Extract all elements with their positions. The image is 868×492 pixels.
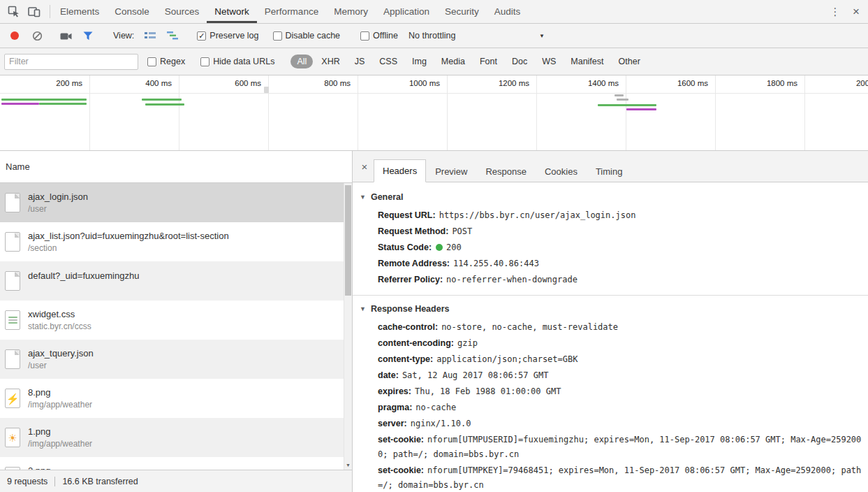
network-split-view: Name ajax_login.json/userajax_list.json?… [0, 151, 868, 492]
details-tabbar: × HeadersPreviewResponseCookiesTiming [353, 151, 868, 182]
request-row[interactable]: default?_uid=fuxuemingzhu [0, 261, 352, 301]
checkbox-unchecked-icon [200, 57, 209, 66]
timeline-tick-label: 600 ms [216, 79, 265, 87]
image-icon [5, 467, 20, 470]
hide-data-urls-checkbox[interactable]: Hide data URLs [200, 57, 274, 66]
stylesheet-icon [5, 310, 20, 330]
inspect-element-icon[interactable] [3, 0, 24, 23]
scroll-down-icon[interactable]: ▼ [344, 461, 352, 470]
filter-type-css[interactable]: CSS [373, 55, 404, 68]
summary-bar: 9 requests 16.6 KB transferred [0, 470, 352, 492]
waterfall-bar [626, 108, 656, 110]
waterfall-bar [598, 104, 656, 106]
view-label: View: [113, 31, 134, 41]
header-name: pragma: [378, 403, 412, 412]
waterfall-bar [1, 103, 39, 105]
request-row[interactable]: xwidget.cssstatic.byr.cn/ccss [0, 301, 352, 340]
details-pane: × HeadersPreviewResponseCookiesTiming ▼G… [353, 151, 868, 492]
header-value: nforum[UTMPUSERID]=fuxuemingzhu; expires… [378, 435, 861, 459]
tab-memory[interactable]: Memory [326, 0, 376, 23]
request-row[interactable]: ☀1.png/img/app/weather [0, 418, 352, 457]
filter-type-xhr[interactable]: XHR [315, 55, 346, 68]
regex-label: Regex [160, 57, 185, 66]
request-row[interactable]: ajax_tquery.json/user [0, 340, 352, 379]
timeline-tick-label: 1200 ms [484, 79, 533, 87]
request-name: ajax_tquery.json [28, 348, 94, 359]
filter-icon[interactable] [78, 24, 98, 48]
timeline-overview[interactable]: 200 ms400 ms600 ms800 ms1000 ms1200 ms14… [0, 75, 868, 151]
header-line: set-cookie:nforum[UTMPUSERID]=fuxuemingz… [378, 432, 862, 463]
request-row[interactable]: ajax_login.json/user [0, 183, 352, 222]
offline-checkbox[interactable]: Offline [360, 31, 398, 41]
request-row[interactable]: ⚡8.png/img/app/weather [0, 379, 352, 418]
header-line: set-cookie:nforum[UTMPKEY]=79468451; exp… [378, 463, 862, 492]
section-header[interactable]: ▼Response Headers [360, 301, 862, 317]
tab-sources[interactable]: Sources [157, 0, 207, 23]
request-path: static.byr.cn/ccss [28, 321, 91, 331]
detail-tab-cookies[interactable]: Cookies [536, 160, 587, 182]
filter-type-ws[interactable]: WS [536, 55, 562, 68]
header-line: Request URL:https://bbs.byr.cn/user/ajax… [378, 208, 862, 224]
large-request-rows-icon[interactable] [140, 24, 161, 48]
detail-tab-preview[interactable]: Preview [426, 160, 476, 182]
filter-type-img[interactable]: Img [406, 55, 433, 68]
detail-tab-headers[interactable]: Headers [374, 159, 426, 182]
record-dot-icon [10, 31, 19, 40]
clear-icon[interactable] [27, 24, 47, 48]
regex-checkbox[interactable]: Regex [147, 57, 185, 66]
tab-network[interactable]: Network [207, 0, 257, 23]
section-title: General [371, 192, 404, 202]
name-column-header[interactable]: Name [0, 151, 352, 183]
resource-type-filters: AllXHRJSCSSImgMediaFontDocWSManifestOthe… [290, 55, 646, 68]
device-toolbar-icon[interactable] [24, 0, 45, 23]
page-fold [15, 350, 20, 355]
header-line: date:Sat, 12 Aug 2017 08:06:57 GMT [378, 368, 862, 384]
image-thumbnail: ⚡ [6, 393, 20, 404]
filter-type-js[interactable]: JS [348, 55, 372, 68]
document-icon [5, 232, 20, 252]
request-path [28, 283, 139, 291]
filter-type-doc[interactable]: Doc [506, 55, 534, 68]
filter-input[interactable] [4, 54, 138, 70]
timeline-gridline [358, 75, 358, 150]
tab-elements[interactable]: Elements [52, 0, 107, 23]
tab-performance[interactable]: Performance [257, 0, 326, 23]
record-network-log-button[interactable] [4, 24, 25, 48]
filter-type-font[interactable]: Font [473, 55, 503, 68]
filter-type-media[interactable]: Media [435, 55, 471, 68]
scrollbar-thumb[interactable] [345, 185, 351, 296]
request-row[interactable]: 2.png/img/app/weather [0, 457, 352, 470]
code-line [8, 317, 17, 318]
close-details-icon[interactable]: × [355, 156, 374, 177]
detail-tab-response[interactable]: Response [476, 160, 536, 182]
header-name: content-encoding: [378, 338, 454, 348]
tab-security[interactable]: Security [437, 0, 487, 23]
tabbar-left-icons [0, 0, 47, 23]
tab-application[interactable]: Application [376, 0, 437, 23]
status-dot-icon [436, 244, 443, 251]
tab-console[interactable]: Console [107, 0, 157, 23]
throttling-select[interactable]: No throttling ▼ [409, 31, 545, 41]
preserve-log-checkbox[interactable]: ✓ Preserve log [197, 31, 258, 41]
tab-audits[interactable]: Audits [487, 0, 529, 23]
header-value: 200 [446, 243, 462, 252]
close-devtools-icon[interactable]: × [846, 0, 867, 23]
filter-type-manifest[interactable]: Manifest [564, 55, 610, 68]
timeline-tick-label: 800 ms [305, 79, 354, 87]
filter-type-other[interactable]: Other [612, 55, 647, 68]
section-header[interactable]: ▼General [360, 189, 862, 205]
requests-list: ajax_login.json/userajax_list.json?uid=f… [0, 183, 352, 470]
request-text: 1.png/img/app/weather [28, 426, 92, 449]
show-overview-icon[interactable] [162, 24, 183, 48]
throttling-value: No throttling [409, 31, 455, 41]
request-row[interactable]: ajax_list.json?uid=fuxuemingzhu&root=lis… [0, 222, 352, 261]
filter-type-all[interactable]: All [290, 55, 313, 68]
capture-screenshots-icon[interactable] [55, 24, 76, 48]
detail-tab-timing[interactable]: Timing [587, 160, 632, 182]
disable-cache-checkbox[interactable]: Disable cache [273, 31, 341, 41]
timeline-tick-label: 1800 ms [752, 79, 801, 87]
requests-scrollbar[interactable]: ▼ [344, 183, 352, 470]
request-name: ajax_list.json?uid=fuxuemingzhu&root=lis… [28, 231, 229, 241]
more-options-icon[interactable]: ⋮ [825, 0, 846, 23]
network-filter-bar: Regex Hide data URLs AllXHRJSCSSImgMedia… [0, 48, 868, 75]
